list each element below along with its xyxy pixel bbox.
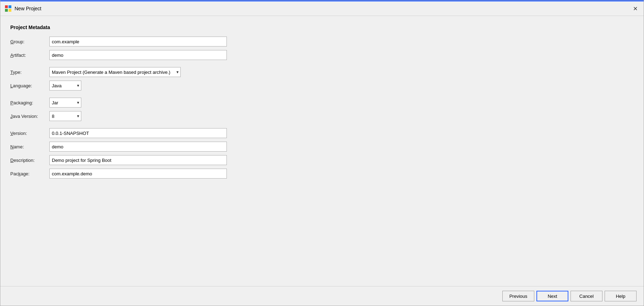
type-select[interactable]: Maven Project (Generate a Maven based pr… (49, 67, 181, 77)
svg-rect-2 (5, 9, 8, 12)
package-row: Package: (10, 169, 634, 179)
package-input[interactable] (49, 169, 227, 179)
packaging-row: Packaging: Jar War (10, 98, 634, 108)
java-version-select-wrapper: 8 11 17 21 (49, 111, 81, 121)
name-label: Name: (10, 144, 49, 149)
svg-rect-3 (9, 9, 11, 12)
name-input[interactable] (49, 142, 227, 152)
type-select-wrapper: Maven Project (Generate a Maven based pr… (49, 67, 181, 77)
packaging-select[interactable]: Jar War (49, 98, 81, 108)
description-input[interactable] (49, 155, 227, 165)
group-input[interactable] (49, 37, 227, 47)
language-select[interactable]: Java Kotlin Groovy (49, 81, 81, 91)
dialog-title: New Project (15, 6, 41, 11)
artifact-input[interactable] (49, 50, 227, 60)
previous-button[interactable]: Previous (502, 291, 534, 301)
dialog: New Project ✕ Project Metadata Group: Ar… (0, 0, 644, 306)
package-label: Package: (10, 171, 49, 176)
language-select-wrapper: Java Kotlin Groovy (49, 81, 81, 91)
language-row: Language: Java Kotlin Groovy (10, 81, 634, 91)
section-title: Project Metadata (10, 24, 634, 30)
artifact-label: Artifact: (10, 53, 49, 58)
group-label: Group: (10, 39, 49, 44)
form-content: Project Metadata Group: Artifact: Type: … (0, 16, 644, 286)
svg-rect-0 (5, 5, 8, 8)
app-icon (5, 5, 12, 12)
version-label: Version: (10, 131, 49, 136)
close-button[interactable]: ✕ (631, 4, 639, 13)
description-label: Description: (10, 158, 49, 163)
java-version-select[interactable]: 8 11 17 21 (49, 111, 81, 121)
packaging-label: Packaging: (10, 100, 49, 105)
name-row: Name: (10, 142, 634, 152)
version-input[interactable] (49, 128, 227, 138)
version-row: Version: (10, 128, 634, 138)
java-version-label: Java Version: (10, 114, 49, 119)
group-row: Group: (10, 37, 634, 47)
form-grid: Group: Artifact: Type: Maven Project (Ge… (10, 37, 634, 182)
packaging-select-wrapper: Jar War (49, 98, 81, 108)
description-row: Description: (10, 155, 634, 165)
title-bar: New Project ✕ (0, 0, 644, 16)
next-button[interactable]: Next (536, 291, 568, 301)
help-button[interactable]: Help (605, 291, 637, 301)
artifact-row: Artifact: (10, 50, 634, 60)
cancel-button[interactable]: Cancel (571, 291, 602, 301)
svg-rect-1 (9, 5, 11, 8)
java-version-row: Java Version: 8 11 17 21 (10, 111, 634, 121)
footer: Previous Next Cancel Help (0, 286, 644, 306)
type-label: Type: (10, 70, 49, 75)
type-row: Type: Maven Project (Generate a Maven ba… (10, 67, 634, 77)
language-label: Language: (10, 83, 49, 88)
title-bar-left: New Project (5, 5, 41, 12)
